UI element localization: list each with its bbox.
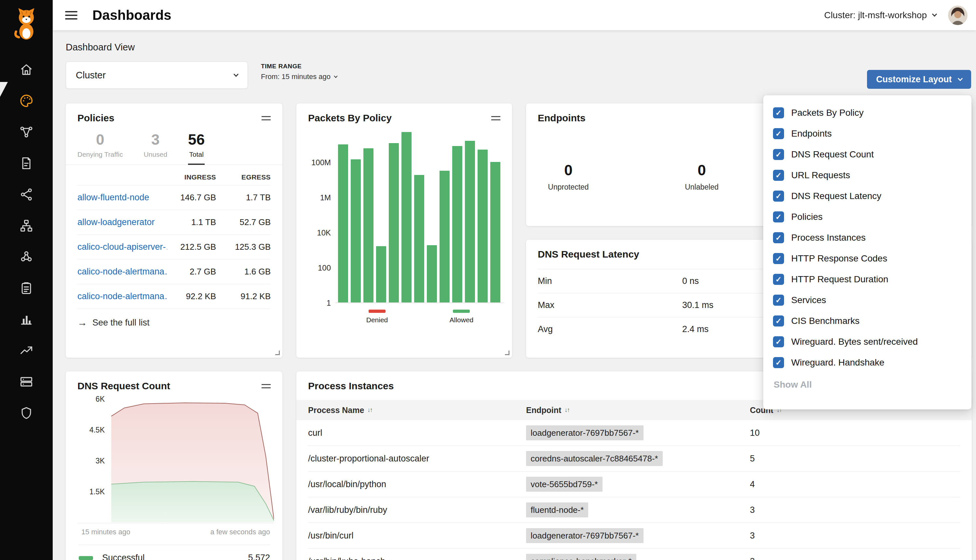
policies-stat-unused[interactable]: 3Unused — [144, 128, 167, 165]
dns-y-axis: 1.5K3K4.5K6K — [77, 395, 108, 523]
policy-link[interactable]: calico-node-alertmana… — [77, 267, 167, 277]
customize-layout-button[interactable]: Customize Layout — [867, 70, 971, 89]
checkbox-checked-icon[interactable]: ✓ — [773, 190, 784, 202]
sidebar-item-activity[interactable] — [0, 304, 53, 335]
column-header-endpoint[interactable]: Endpoint↓↑ — [526, 405, 750, 415]
sort-icon[interactable]: ↓↑ — [564, 407, 569, 414]
layout-menu-item-dns-request-latency[interactable]: ✓DNS Request Latency — [763, 186, 971, 207]
nodes-icon — [19, 187, 33, 202]
packets-bar — [439, 171, 450, 302]
sidebar-item-dashboards[interactable] — [0, 85, 53, 117]
sidebar-item-nodes[interactable] — [0, 179, 53, 210]
ingress-column-header: INGRESS — [167, 173, 216, 181]
checkbox-checked-icon[interactable]: ✓ — [773, 315, 784, 327]
calico-cat-logo[interactable] — [0, 0, 53, 41]
cluster-selector[interactable]: Cluster: jlt-msft-workshop — [824, 10, 936, 20]
legend-label: Denied — [366, 316, 388, 324]
sidebar-item-clusters[interactable] — [0, 241, 53, 273]
dashboard-view-select[interactable]: Cluster — [66, 62, 248, 89]
menu-item-label: Process Instances — [791, 233, 866, 243]
endpoint-cell: loadgenerator-7697bb7567-* — [526, 428, 750, 438]
table-row: /usr/bin/curlloadgenerator-7697bb7567-*3 — [308, 523, 960, 548]
layout-menu-item-services[interactable]: ✓Services — [763, 290, 971, 310]
sidebar-item-threat-defense[interactable] — [0, 397, 53, 428]
dns-legend: Successful5,572 — [66, 545, 282, 560]
policy-link[interactable]: allow-fluentd-node — [77, 193, 167, 203]
checkbox-checked-icon[interactable]: ✓ — [773, 107, 784, 118]
time-range-value[interactable]: From: 15 minutes ago — [261, 73, 337, 81]
ingress-value: 146.7 GB — [167, 193, 216, 203]
sidebar-item-home[interactable] — [0, 54, 53, 85]
sidebar-item-storage[interactable] — [0, 366, 53, 397]
endpoint-chip: compliance-benchmarker-* — [526, 554, 636, 560]
packets-card-title: Packets By Policy — [308, 113, 392, 123]
menu-item-label: Policies — [791, 212, 823, 222]
checkbox-checked-icon[interactable]: ✓ — [773, 253, 784, 264]
sort-icon[interactable]: ↓↑ — [367, 407, 372, 414]
ingress-value: 2.7 GB — [167, 267, 216, 277]
layout-menu-item-dns-request-count[interactable]: ✓DNS Request Count — [763, 144, 971, 165]
stat-value: 0 — [539, 161, 597, 179]
layout-menu-item-url-requests[interactable]: ✓URL Requests — [763, 165, 971, 186]
avatar[interactable] — [948, 5, 968, 25]
policy-link[interactable]: allow-loadgenerator — [77, 217, 167, 227]
packets-bar — [376, 246, 386, 302]
layout-menu-item-wireguard-handshake[interactable]: ✓Wireguard. Handshake — [763, 352, 971, 373]
legend-row-successful: Successful5,572 — [79, 545, 270, 560]
ingress-value: 1.1 TB — [167, 217, 216, 227]
compliance-icon — [19, 281, 33, 295]
threat-defense-icon — [19, 406, 33, 420]
checkbox-checked-icon[interactable]: ✓ — [773, 295, 784, 306]
drag-handle-icon[interactable] — [491, 116, 501, 120]
table-row: /var/lib/ruby/bin/rubyfluentd-node-*3 — [308, 497, 960, 523]
checkbox-checked-icon[interactable]: ✓ — [773, 336, 784, 347]
sidebar-item-policies[interactable] — [0, 148, 53, 179]
checkbox-checked-icon[interactable]: ✓ — [773, 357, 784, 368]
policies-stat-denying-traffic[interactable]: 0Denying Traffic — [77, 128, 123, 165]
drag-handle-icon[interactable] — [262, 384, 271, 388]
policy-row: calico-node-alertmana…92.2 KB91.2 KB — [77, 284, 271, 308]
column-header-process-name[interactable]: Process Name↓↑ — [308, 405, 526, 415]
egress-value: 1.6 GB — [216, 267, 271, 277]
sidebar-item-service-graph[interactable] — [0, 117, 53, 148]
checkbox-checked-icon[interactable]: ✓ — [773, 232, 784, 243]
layout-menu-item-endpoints[interactable]: ✓Endpoints — [763, 123, 971, 144]
drag-handle-icon[interactable] — [262, 116, 271, 120]
checkbox-checked-icon[interactable]: ✓ — [773, 149, 784, 160]
checkbox-checked-icon[interactable]: ✓ — [773, 212, 784, 222]
endpoint-chip: fluentd-node-* — [526, 502, 588, 517]
policy-link[interactable]: calico-cloud-apiserver-… — [77, 242, 167, 252]
checkbox-checked-icon[interactable]: ✓ — [773, 170, 784, 181]
sidebar-item-endpoints[interactable] — [0, 210, 53, 241]
layout-menu-item-policies[interactable]: ✓Policies — [763, 207, 971, 227]
policies-stat-total[interactable]: 56Total — [188, 128, 205, 165]
legend-label: Successful — [102, 553, 145, 560]
see-full-list-link[interactable]: See the full list — [92, 318, 150, 328]
layout-menu-item-cis-benchmarks[interactable]: ✓CIS Benchmarks — [763, 310, 971, 332]
activity-icon — [19, 312, 33, 327]
layout-menu-item-process-instances[interactable]: ✓Process Instances — [763, 227, 971, 248]
resize-handle[interactable] — [275, 350, 280, 355]
sidebar-item-timeline[interactable] — [0, 335, 53, 366]
endpoint-chip: coredns-autoscaler-7c88465478-* — [526, 451, 663, 466]
dns-x-axis-labels: 15 minutes ago a few seconds ago — [81, 528, 270, 536]
packets-bar — [402, 132, 412, 302]
layout-menu-item-wireguard-bytes-sent-received[interactable]: ✓Wireguard. Bytes sent/received — [763, 332, 971, 352]
checkbox-checked-icon[interactable]: ✓ — [773, 274, 784, 285]
layout-menu-item-http-response-codes[interactable]: ✓HTTP Response Codes — [763, 248, 971, 269]
legend-label: Allowed — [450, 316, 474, 324]
menu-icon[interactable] — [65, 9, 77, 22]
packets-bar — [452, 146, 462, 302]
checkbox-checked-icon[interactable]: ✓ — [773, 128, 784, 139]
dashboard-view-select-value: Cluster — [76, 70, 106, 81]
menu-item-label: DNS Request Count — [791, 149, 874, 160]
layout-menu-item-packets-by-policy[interactable]: ✓Packets By Policy — [763, 102, 971, 123]
layout-menu-item-http-request-duration[interactable]: ✓HTTP Request Duration — [763, 269, 971, 290]
show-all-link[interactable]: Show All — [774, 380, 971, 390]
sidebar-item-compliance[interactable] — [0, 273, 53, 304]
egress-column-header: EGRESS — [216, 173, 271, 181]
policy-link[interactable]: calico-node-alertmana… — [77, 292, 167, 302]
packets-legend: DeniedAllowed — [335, 310, 504, 324]
dns-chart-svg — [111, 395, 274, 523]
resize-handle[interactable] — [505, 350, 509, 355]
